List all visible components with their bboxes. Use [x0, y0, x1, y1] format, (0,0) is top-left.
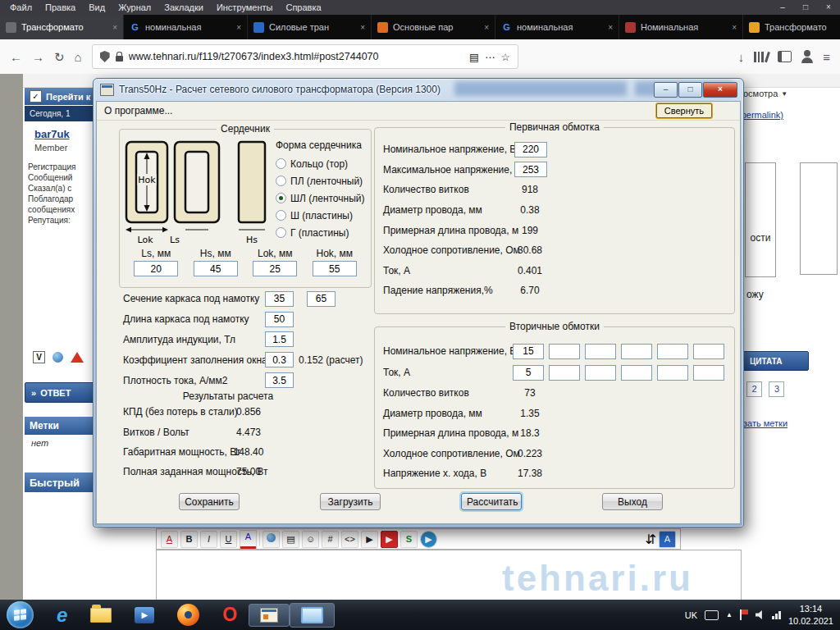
start-button[interactable]	[7, 601, 34, 628]
menu-bookmarks[interactable]: Закладки	[158, 1, 210, 14]
youtube-icon[interactable]: ▶	[381, 531, 398, 548]
code-icon[interactable]: <>	[341, 531, 358, 548]
radio-sh[interactable]: Ш (пластины)	[276, 207, 369, 224]
app-minimize-icon[interactable]: –	[654, 82, 678, 98]
taskbar-browser-button[interactable]: e	[57, 605, 67, 625]
show-hidden-icons[interactable]: ▲	[726, 611, 733, 619]
tab-close-icon[interactable]: ×	[484, 23, 489, 32]
length-input[interactable]	[265, 312, 294, 327]
app-close-icon[interactable]: ×	[703, 82, 737, 98]
sidebar-icon[interactable]	[778, 51, 792, 62]
save-button[interactable]: Сохранить	[179, 493, 240, 510]
bold-icon[interactable]: B	[180, 531, 198, 548]
vimeo-icon[interactable]: ▶	[420, 531, 437, 548]
hok-input[interactable]	[313, 261, 357, 276]
primary-voltage-input[interactable]	[514, 142, 547, 158]
video-icon[interactable]: ▶	[361, 531, 378, 548]
action-center-flag-icon[interactable]	[740, 609, 748, 620]
tab-close-icon[interactable]: ×	[360, 23, 365, 32]
clock[interactable]: 13:14 10.02.2021	[788, 603, 833, 627]
load-button[interactable]: Загрузить	[320, 493, 381, 510]
show-tags-link[interactable]: зать метки	[743, 418, 788, 428]
tab-close-icon[interactable]: ×	[236, 23, 241, 32]
radio-ring[interactable]: Кольцо (тор)	[276, 155, 369, 172]
language-indicator[interactable]: UK	[685, 610, 697, 620]
back-icon[interactable]: ←	[10, 51, 22, 63]
taskbar-media-button[interactable]: ▶	[135, 607, 154, 623]
section-input-1[interactable]	[265, 291, 294, 307]
secondary-current-input-3[interactable]	[585, 365, 616, 381]
page-number-3[interactable]: 3	[769, 381, 784, 397]
address-bar[interactable]: www.tehnari.ru/f119/t270673/index3.html#…	[92, 44, 518, 69]
calculate-button[interactable]: Рассчитать	[461, 493, 522, 510]
username-link[interactable]: bar7uk	[34, 128, 70, 140]
tracking-shield-icon[interactable]	[100, 51, 110, 62]
secondary-current-input-4[interactable]	[621, 365, 652, 381]
link-icon[interactable]	[262, 531, 280, 548]
remove-format-icon[interactable]: A	[161, 531, 178, 548]
taskbar-explorer-button[interactable]	[90, 608, 112, 623]
menu-history[interactable]: Журнал	[112, 1, 158, 14]
secondary-current-input-5[interactable]	[657, 365, 688, 381]
menu-icon[interactable]: ≡	[823, 51, 830, 63]
tab-2[interactable]: G номинальная ×	[124, 15, 248, 39]
menu-tools[interactable]: Инструменты	[210, 1, 280, 14]
taskbar-trans50hz-button[interactable]	[249, 604, 290, 627]
italic-icon[interactable]: I	[200, 531, 217, 548]
volume-icon[interactable]	[756, 610, 765, 619]
menu-help[interactable]: Справка	[279, 1, 327, 14]
collapse-button[interactable]: Свернуть	[656, 103, 712, 118]
radio-pl[interactable]: ПЛ (ленточный)	[276, 172, 369, 189]
font-color-icon[interactable]: A	[240, 530, 257, 549]
tab-4[interactable]: Основные пар ×	[372, 15, 495, 39]
exit-button[interactable]: Выход	[602, 493, 663, 510]
hs-input[interactable]	[194, 261, 238, 276]
editor-mode-icon[interactable]: A	[659, 531, 676, 548]
menu-edit[interactable]: Правка	[39, 1, 82, 14]
maximize-icon[interactable]: □	[794, 0, 817, 15]
globe-icon[interactable]	[52, 352, 63, 363]
keyboard-icon[interactable]	[705, 610, 719, 620]
page-number-2[interactable]: 2	[746, 381, 762, 397]
report-warning-icon[interactable]	[71, 352, 84, 363]
taskbar-viewer-button[interactable]	[290, 603, 335, 628]
app-maximize-icon[interactable]: □	[678, 82, 702, 98]
library-icon[interactable]	[754, 52, 768, 62]
secondary-current-input-6[interactable]	[693, 365, 724, 381]
page-actions-icon[interactable]: ⋯	[485, 51, 495, 63]
taskbar-firefox-button[interactable]	[177, 604, 199, 626]
resize-icon[interactable]: ⇵	[646, 532, 656, 547]
hash-icon[interactable]: #	[322, 531, 339, 548]
lock-icon[interactable]	[116, 56, 123, 62]
tab-6[interactable]: Номинальная ×	[619, 15, 743, 39]
window-titlebar[interactable]: Trans50Hz - Расчет сетевого силового тра…	[94, 79, 743, 100]
reader-mode-icon[interactable]: ▤	[469, 51, 479, 63]
forward-icon[interactable]: →	[32, 51, 44, 63]
fill-input[interactable]	[265, 352, 294, 368]
ls-input[interactable]	[134, 261, 178, 276]
secondary-voltage-input-3[interactable]	[585, 344, 616, 359]
account-icon[interactable]	[804, 50, 810, 57]
network-icon[interactable]	[772, 611, 781, 619]
tab-1[interactable]: Трансформато ×	[0, 15, 124, 39]
about-menu-item[interactable]: О программе...	[104, 105, 172, 116]
quote-button[interactable]: ЦИТАТА	[743, 351, 809, 371]
spoiler-icon[interactable]: S	[400, 531, 418, 548]
tab-close-icon[interactable]: ×	[112, 23, 117, 32]
secondary-voltage-input-1[interactable]	[513, 344, 544, 359]
url-text[interactable]: www.tehnari.ru/f119/t270673/index3.html#…	[129, 51, 463, 62]
tab-close-icon[interactable]: ×	[608, 23, 613, 32]
density-input[interactable]	[265, 372, 294, 388]
bookmark-star-icon[interactable]: ☆	[500, 51, 509, 63]
tab-5[interactable]: G номинальная ×	[495, 15, 619, 39]
secondary-current-input-2[interactable]	[549, 365, 580, 381]
underline-icon[interactable]: U	[220, 531, 237, 548]
secondary-voltage-input-5[interactable]	[657, 344, 688, 359]
lok-input[interactable]	[253, 261, 297, 276]
secondary-current-input-1[interactable]	[513, 365, 544, 381]
radio-g[interactable]: Г (пластины)	[276, 224, 369, 241]
section-input-2[interactable]	[307, 291, 336, 307]
smiley-icon[interactable]: ☺	[302, 531, 319, 548]
secondary-voltage-input-2[interactable]	[549, 344, 580, 359]
image-icon[interactable]: ▤	[282, 531, 299, 548]
